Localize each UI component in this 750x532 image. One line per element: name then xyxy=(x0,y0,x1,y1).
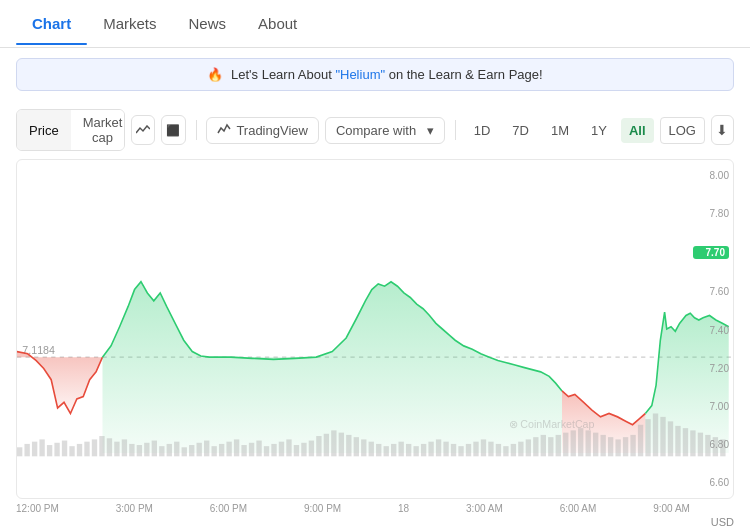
svg-rect-90 xyxy=(660,417,665,456)
svg-rect-54 xyxy=(391,444,396,456)
svg-rect-38 xyxy=(271,444,276,456)
svg-rect-35 xyxy=(249,443,254,457)
tab-news[interactable]: News xyxy=(173,3,243,44)
time-7d[interactable]: 7D xyxy=(504,118,537,143)
svg-rect-15 xyxy=(99,436,104,456)
svg-rect-19 xyxy=(129,444,134,456)
learn-earn-banner[interactable]: 🔥 Let's Learn About "Helium" on the Lear… xyxy=(16,58,734,91)
time-1y[interactable]: 1Y xyxy=(583,118,615,143)
svg-rect-79 xyxy=(578,428,583,456)
svg-rect-59 xyxy=(428,442,433,457)
tradingview-label: TradingView xyxy=(236,123,308,138)
currency-label: USD xyxy=(0,516,750,528)
x-label-300am: 3:00 AM xyxy=(466,503,503,514)
banner-text-after: on the Learn & Earn Page! xyxy=(385,67,543,82)
svg-rect-30 xyxy=(211,446,216,456)
y-label-660: 6.60 xyxy=(693,477,729,488)
line-icon[interactable] xyxy=(131,115,156,145)
svg-text:⊗ CoinMarketCap: ⊗ CoinMarketCap xyxy=(509,418,595,430)
tab-markets[interactable]: Markets xyxy=(87,3,172,44)
x-label-900am: 9:00 AM xyxy=(653,503,690,514)
compare-dropdown[interactable]: Compare with ▾ xyxy=(325,117,445,144)
svg-rect-26 xyxy=(182,447,187,456)
svg-rect-23 xyxy=(159,446,164,456)
svg-rect-22 xyxy=(152,441,157,457)
svg-rect-62 xyxy=(451,444,456,456)
y-label-800: 8.00 xyxy=(693,170,729,181)
svg-rect-13 xyxy=(84,442,89,457)
svg-rect-12 xyxy=(77,444,82,456)
svg-rect-61 xyxy=(443,442,448,457)
svg-rect-5 xyxy=(24,444,29,456)
svg-rect-27 xyxy=(189,445,194,456)
svg-rect-86 xyxy=(630,435,635,456)
market-cap-button[interactable]: Market cap xyxy=(71,110,125,150)
y-label-740: 7.40 xyxy=(693,325,729,336)
svg-rect-65 xyxy=(473,442,478,457)
time-1d[interactable]: 1D xyxy=(466,118,499,143)
price-marketcap-toggle: Price Market cap xyxy=(16,109,125,151)
svg-rect-73 xyxy=(533,437,538,456)
svg-rect-51 xyxy=(369,442,374,457)
svg-rect-45 xyxy=(324,434,329,457)
svg-rect-18 xyxy=(122,439,127,456)
svg-rect-77 xyxy=(563,433,568,457)
svg-rect-76 xyxy=(556,435,561,456)
svg-rect-44 xyxy=(316,436,321,456)
svg-rect-20 xyxy=(137,445,142,456)
x-label-600pm: 6:00 PM xyxy=(210,503,247,514)
svg-rect-84 xyxy=(615,439,620,456)
divider2 xyxy=(455,120,456,140)
svg-rect-29 xyxy=(204,441,209,457)
svg-rect-91 xyxy=(668,421,673,456)
x-label-18: 18 xyxy=(398,503,409,514)
svg-rect-31 xyxy=(219,444,224,456)
candle-icon[interactable]: ⬛ xyxy=(161,115,186,145)
svg-rect-58 xyxy=(421,444,426,456)
fire-icon: 🔥 xyxy=(207,67,223,82)
tab-chart[interactable]: Chart xyxy=(16,3,87,44)
x-label-1200pm: 12:00 PM xyxy=(16,503,59,514)
svg-rect-41 xyxy=(294,445,299,456)
svg-rect-10 xyxy=(62,441,67,457)
tab-about[interactable]: About xyxy=(242,3,313,44)
svg-rect-81 xyxy=(593,433,598,457)
y-label-770: 7.70 xyxy=(693,246,729,259)
banner-text-before: Let's Learn About xyxy=(231,67,335,82)
svg-rect-39 xyxy=(279,442,284,457)
price-button[interactable]: Price xyxy=(17,110,71,150)
banner-highlight[interactable]: "Helium" xyxy=(335,67,385,82)
compare-label: Compare with xyxy=(336,123,416,138)
svg-rect-60 xyxy=(436,439,441,456)
svg-rect-42 xyxy=(301,443,306,457)
svg-rect-4 xyxy=(17,447,22,456)
svg-rect-43 xyxy=(309,441,314,457)
time-1m[interactable]: 1M xyxy=(543,118,577,143)
svg-rect-40 xyxy=(286,439,291,456)
x-label-900pm: 9:00 PM xyxy=(304,503,341,514)
svg-rect-75 xyxy=(548,437,553,456)
price-chart[interactable]: 7.1184 xyxy=(17,160,733,498)
svg-rect-78 xyxy=(571,430,576,456)
svg-rect-11 xyxy=(69,446,74,456)
svg-rect-64 xyxy=(466,444,471,456)
time-all[interactable]: All xyxy=(621,118,654,143)
svg-rect-67 xyxy=(488,442,493,457)
chevron-down-icon: ▾ xyxy=(427,123,434,138)
download-button[interactable]: ⬇ xyxy=(711,115,734,145)
svg-rect-7 xyxy=(39,439,44,456)
x-axis: 12:00 PM 3:00 PM 6:00 PM 9:00 PM 18 3:00… xyxy=(0,499,706,514)
svg-rect-89 xyxy=(653,414,658,457)
svg-rect-33 xyxy=(234,439,239,456)
y-label-700: 7.00 xyxy=(693,401,729,412)
svg-rect-80 xyxy=(586,430,591,456)
svg-rect-82 xyxy=(600,435,605,456)
tradingview-button[interactable]: TradingView xyxy=(206,117,319,144)
svg-rect-32 xyxy=(226,442,231,457)
svg-rect-71 xyxy=(518,442,523,457)
svg-rect-17 xyxy=(114,442,119,457)
log-button[interactable]: LOG xyxy=(660,117,705,144)
svg-rect-24 xyxy=(167,444,172,456)
svg-rect-57 xyxy=(413,446,418,456)
y-label-720: 7.20 xyxy=(693,363,729,374)
